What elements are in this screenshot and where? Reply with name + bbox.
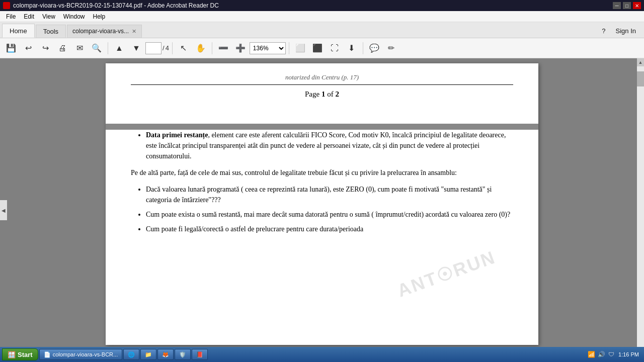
scroll-track[interactable] [637, 66, 644, 354]
taskbar-clock: 1:16 PM [618, 351, 639, 357]
taskbar-item-shield[interactable]: 🛡️ [175, 349, 191, 360]
menu-edit[interactable]: Edit [20, 12, 38, 21]
minimize-button[interactable]: ─ [613, 2, 621, 9]
bullet-list-2: Dacă valoarea lunară programată ( ceea c… [146, 184, 513, 234]
tab-tools-label: Tools [43, 28, 58, 35]
taskbar-item-acrobat[interactable]: 📄 colompar-vioara-vs-BCR... [39, 349, 123, 360]
page-gap [131, 109, 513, 124]
page-number-input[interactable]: 2 [145, 42, 162, 54]
page-nav: 2 / 4 [145, 42, 169, 54]
taskbar-item-firefox[interactable]: 🦊 [157, 349, 174, 360]
go-back-button[interactable]: ↩ [20, 40, 36, 56]
help-button[interactable]: ? [599, 26, 608, 36]
watermark: ANT☉RUN [394, 246, 499, 302]
bullet-item-4: Cum poate fi legală/corectă o astfel de … [146, 224, 513, 234]
fit-width-button[interactable]: ⬛ [309, 40, 326, 56]
find-button[interactable]: 🔍 [89, 40, 105, 56]
start-icon: 🪟 [8, 351, 16, 358]
page-break-divider [106, 124, 538, 130]
taskbar-tray: 📶 🔊 🛡 1:16 PM [587, 350, 642, 358]
prev-page-content: notarized din Centru (p. 17) [131, 73, 513, 81]
app-icon [3, 2, 10, 9]
page-label-of: of [325, 90, 335, 98]
menu-window[interactable]: Window [59, 12, 89, 21]
document-page: notarized din Centru (p. 17) Page 1 of 2… [106, 63, 538, 345]
signin-button[interactable]: Sign In [613, 26, 639, 36]
page-separator: / [163, 44, 165, 52]
start-button[interactable]: 🪟 Start [2, 348, 38, 360]
download-button[interactable]: ⬇ [344, 40, 360, 56]
window-title: colompar-vioara-vs-BCR2019-02-15-130744.… [13, 2, 219, 9]
close-button[interactable]: ✕ [633, 2, 641, 9]
zoom-in-button[interactable]: ➕ [232, 40, 249, 56]
print-button[interactable]: 🖨 [54, 40, 70, 56]
menu-file[interactable]: File [2, 12, 20, 21]
fit-page-button[interactable]: ⬜ [292, 40, 308, 56]
tray-security-icon: 🛡 [607, 350, 615, 358]
toolbar-separator-3 [212, 42, 212, 54]
tab-home-label: Home [10, 27, 27, 35]
tab-document[interactable]: colompar-vioara-vs... ✕ [67, 25, 142, 38]
vertical-scrollbar[interactable]: ▲ ▼ [637, 58, 644, 362]
comment-button[interactable]: 💬 [366, 40, 382, 56]
prev-page-button[interactable]: ▲ [111, 40, 127, 56]
left-page-arrow[interactable]: ◀ [0, 200, 7, 220]
taskbar-ie-icon: 🌐 [128, 351, 135, 358]
title-bar: colompar-vioara-vs-BCR2019-02-15-130744.… [0, 0, 644, 11]
go-forward-button[interactable]: ↪ [37, 40, 53, 56]
clock-time: 1:16 PM [618, 351, 639, 357]
taskbar-pdf-icon: 📕 [196, 351, 203, 358]
page-label-prefix: Page [305, 90, 321, 98]
bullet-item-1: Data primei restanțe, element care este … [146, 130, 513, 161]
toolbar: 💾 ↩ ↪ 🖨 ✉ 🔍 ▲ ▼ 2 / 4 ↖ ✋ ➖ ➕ 50% 75% 10… [0, 38, 644, 58]
select-tool-button[interactable]: ↖ [176, 40, 192, 56]
doc-content: Data primei restanțe, element care este … [131, 130, 513, 234]
taskbar-item-icon: 📄 [44, 351, 51, 358]
tab-home[interactable]: Home [2, 24, 35, 38]
tab-tools[interactable]: Tools [36, 25, 66, 38]
zoom-select[interactable]: 50% 75% 100% 125% 136% 150% 200% [250, 42, 286, 54]
page-num-total: 2 [335, 90, 339, 98]
scroll-up-arrow[interactable]: ▲ [637, 58, 644, 66]
toolbar-separator-5 [363, 42, 363, 54]
maximize-button[interactable]: □ [623, 2, 631, 9]
tray-icons: 📶 🔊 🛡 [587, 350, 615, 358]
taskbar-shield-icon: 🛡️ [179, 351, 186, 358]
scroll-thumb[interactable] [637, 71, 644, 86]
paragraph-1: Pe de altă parte, față de cele de mai su… [131, 167, 513, 178]
email-button[interactable]: ✉ [71, 40, 88, 56]
taskbar-item-pdf[interactable]: 📕 [192, 349, 208, 360]
taskbar-firefox-icon: 🦊 [162, 351, 169, 358]
hand-tool-button[interactable]: ✋ [193, 40, 209, 56]
full-screen-button[interactable]: ⛶ [327, 40, 343, 56]
taskbar-folder-icon: 📁 [145, 351, 152, 358]
page-total: 4 [166, 44, 169, 52]
toolbar-separator-2 [172, 42, 173, 54]
main-area: ◀ ▲ ▼ notarized din Centru (p. 17) Page … [0, 58, 644, 362]
tab-doc-label: colompar-vioara-vs... [72, 28, 129, 35]
page-divider-line [131, 84, 513, 85]
page-label: Page 1 of 2 [131, 90, 513, 99]
title-text: colompar-vioara-vs-BCR2019-02-15-130744.… [3, 2, 219, 9]
taskbar: 🪟 Start 📄 colompar-vioara-vs-BCR... 🌐 📁 … [0, 347, 644, 362]
tab-bar: Home Tools colompar-vioara-vs... ✕ ? Sig… [0, 22, 644, 38]
save-button[interactable]: 💾 [3, 40, 19, 56]
tab-right-controls: ? Sign In [599, 26, 644, 38]
document-container: notarized din Centru (p. 17) Page 1 of 2… [7, 58, 637, 355]
bullet-item-3: Cum poate exista o sumă restantă, mai ma… [146, 209, 513, 220]
tray-volume-icon: 🔊 [597, 350, 605, 358]
toolbar-separator-1 [108, 42, 108, 54]
close-tab-button[interactable]: ✕ [132, 28, 136, 35]
menu-bar: File Edit View Window Help [0, 11, 644, 22]
bullet-item-1-bold: Data primei restanțe [146, 131, 208, 139]
taskbar-item-folder[interactable]: 📁 [140, 349, 156, 360]
next-page-button[interactable]: ▼ [128, 40, 144, 56]
menu-help[interactable]: Help [89, 12, 110, 21]
zoom-out-button[interactable]: ➖ [215, 40, 231, 56]
menu-view[interactable]: View [38, 12, 59, 21]
bullet-list-1: Data primei restanțe, element care este … [146, 130, 513, 161]
taskbar-item-ie[interactable]: 🌐 [123, 349, 139, 360]
tray-network-icon: 📶 [587, 350, 595, 358]
annotate-button[interactable]: ✏ [383, 40, 399, 56]
taskbar-item-label: colompar-vioara-vs-BCR... [53, 351, 118, 357]
